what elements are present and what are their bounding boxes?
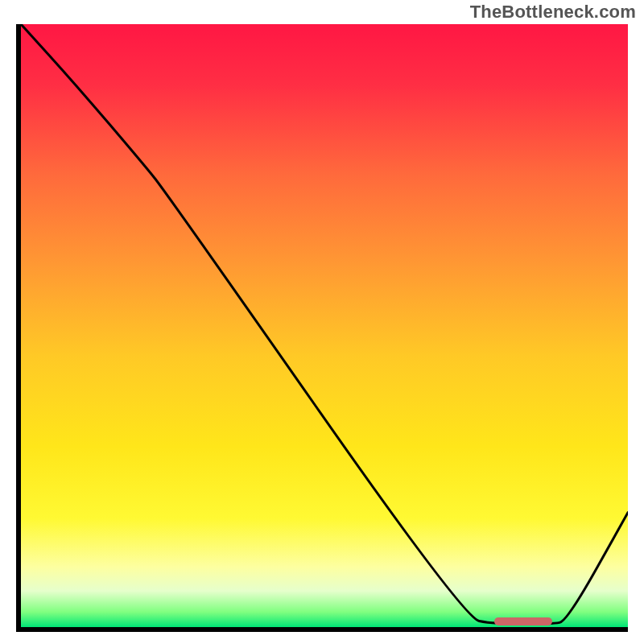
watermark-text: TheBottleneck.com [470,2,636,23]
bottleneck-curve [21,24,628,627]
optimal-range-marker [494,617,552,625]
chart-stage: TheBottleneck.com [0,0,644,644]
plot-frame [16,24,628,632]
